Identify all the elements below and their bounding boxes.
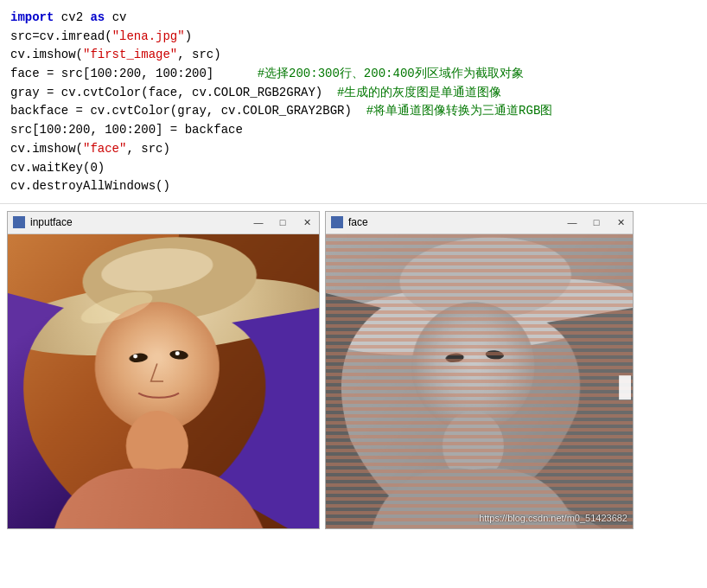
cv-windows-container: inputface — □ ✕ face — □ ✕ — [0, 204, 707, 529]
close-btn-inputface[interactable]: ✕ — [300, 217, 314, 228]
watermark-text: https://blog.csdn.net/m0_51423682 — [479, 513, 627, 523]
title-left-inputface: inputface — [13, 216, 73, 228]
window-controls-inputface: — □ ✕ — [252, 217, 314, 228]
code-line-1: import cv2 as cv — [10, 9, 697, 28]
lena-striped-image — [326, 234, 633, 528]
titlebar-face[interactable]: face — □ ✕ — [326, 212, 633, 234]
code-line-5: gray = cv.cvtColor(face, cv.COLOR_RGB2GR… — [10, 84, 697, 103]
window-body-inputface — [8, 234, 319, 528]
keyword-as: as — [90, 10, 105, 24]
window-controls-face: — □ ✕ — [565, 217, 627, 228]
keyword-import: import — [10, 10, 54, 24]
maximize-btn-face[interactable]: □ — [589, 217, 603, 227]
minimize-btn-inputface[interactable]: — — [252, 217, 265, 227]
window-icon-face — [331, 216, 343, 228]
window-title-face: face — [348, 216, 368, 228]
lena-color-image — [8, 234, 319, 528]
code-line-8: cv.imshow("face", src) — [10, 140, 697, 159]
cv-window-face: face — □ ✕ https://blog.csdn.net/m0_5142… — [325, 211, 634, 529]
code-line-9: cv.waitKey(0) — [10, 159, 697, 178]
title-left-face: face — [331, 216, 368, 228]
code-line-4: face = src[100:200, 100:200] #选择200:300行… — [10, 65, 697, 84]
titlebar-inputface[interactable]: inputface — □ ✕ — [8, 212, 319, 234]
code-line-10: cv.destroyAllWindows() — [10, 177, 697, 196]
window-icon-inputface — [13, 216, 25, 228]
minimize-btn-face[interactable]: — — [565, 217, 579, 227]
window-title-inputface: inputface — [30, 216, 73, 228]
window-body-face: https://blog.csdn.net/m0_51423682 — [326, 234, 633, 528]
code-line-3: cv.imshow("first_image", src) — [10, 46, 697, 65]
code-editor: import cv2 as cv src=cv.imread("lena.jpg… — [0, 0, 707, 204]
code-line-6: backface = cv.cvtColor(gray, cv.COLOR_GR… — [10, 102, 697, 121]
code-line-7: src[100:200, 100:200] = backface — [10, 121, 697, 140]
code-line-2: src=cv.imread("lena.jpg") — [10, 28, 697, 47]
maximize-btn-inputface[interactable]: □ — [276, 217, 290, 227]
cv-window-inputface: inputface — □ ✕ — [7, 211, 320, 529]
close-btn-face[interactable]: ✕ — [614, 217, 627, 228]
